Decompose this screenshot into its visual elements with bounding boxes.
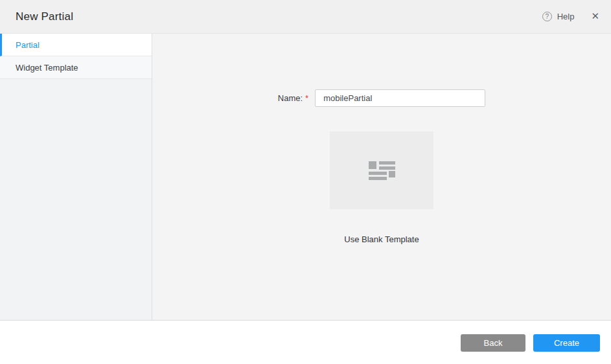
help-icon[interactable]: ? (542, 12, 552, 21)
required-asterisk: * (305, 93, 308, 103)
dialog-header: New Partial ? Help ✕ (0, 0, 611, 34)
sidebar-item-label: Partial (16, 40, 40, 50)
main-content: Name: * Use Blank Template (152, 34, 611, 320)
close-icon[interactable]: ✕ (591, 12, 599, 21)
sidebar-item-label: Widget Template (16, 63, 78, 73)
dialog-body: Partial Widget Template Name: * (0, 34, 611, 321)
sidebar-item-partial[interactable]: Partial (0, 34, 152, 56)
back-button[interactable]: Back (461, 334, 525, 352)
help-button[interactable]: ? Help (542, 12, 575, 21)
name-input[interactable] (315, 89, 485, 107)
dialog-footer: Back Create (0, 321, 611, 364)
help-label[interactable]: Help (557, 12, 575, 21)
type-sidebar: Partial Widget Template (0, 34, 152, 320)
name-label: Name: (278, 93, 303, 103)
blank-template-tile[interactable] (330, 131, 433, 209)
sidebar-item-widget-template[interactable]: Widget Template (0, 56, 152, 79)
create-button[interactable]: Create (533, 334, 600, 352)
name-field-row: Name: * (278, 89, 485, 107)
new-partial-dialog: New Partial ? Help ✕ Partial Widget Temp… (0, 0, 611, 364)
article-placeholder-icon (369, 161, 395, 180)
dialog-title: New Partial (16, 10, 73, 23)
use-blank-template-label[interactable]: Use Blank Template (344, 234, 419, 244)
